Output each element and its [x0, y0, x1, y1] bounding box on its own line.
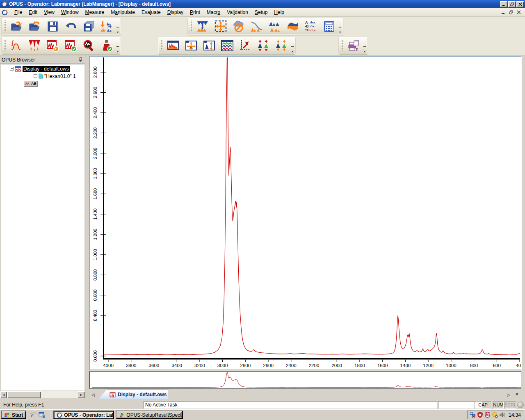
network-offline-icon[interactable] [470, 412, 476, 418]
tree-item-label[interactable]: Display - default.ows [23, 66, 70, 72]
spectrum-search-button[interactable] [266, 18, 284, 34]
title-bar[interactable]: OPUS - Operator: Labmanager (LabManager)… [0, 0, 525, 8]
menu-item-print[interactable]: Print [187, 9, 203, 16]
taskbar-task-2[interactable]: OPUS-SetupResultSpectr... [116, 411, 183, 419]
menu-item-window[interactable]: Window [58, 9, 82, 16]
pin-icon[interactable] [78, 57, 83, 62]
undo-button[interactable] [62, 18, 80, 34]
svg-text:∫: ∫ [11, 39, 14, 46]
menu-item-file[interactable]: File [11, 9, 25, 16]
scroll-right-icon[interactable]: ► [78, 391, 84, 398]
preview-button[interactable] [80, 38, 98, 53]
toolbar-options-icon[interactable]: ▔▾ [363, 38, 367, 53]
calculator-button[interactable] [320, 18, 338, 34]
menu-item-validation[interactable]: Validation [224, 9, 251, 16]
save-file-button[interactable] [43, 18, 62, 34]
scroll-left-icon[interactable]: ◄ [0, 391, 7, 398]
tree-item-file[interactable]: "Hexan01.0" 1 [34, 73, 76, 79]
tree-item-workspace[interactable]: Display - default.ows [10, 66, 70, 72]
show-desktop-icon[interactable] [39, 411, 46, 418]
unload-file-button[interactable] [25, 18, 43, 34]
toolbar-grip[interactable] [342, 40, 343, 51]
tab-close-icon[interactable]: ✕ [514, 391, 520, 397]
menu-item-edit[interactable]: Edit [25, 9, 41, 16]
standards-check-button[interactable] [98, 38, 116, 53]
minimize-button[interactable] [500, 1, 507, 7]
scale-fit-y-button[interactable] [200, 38, 218, 53]
spectrum-chart[interactable]: 4000380036003400320030002800260024002200… [89, 56, 521, 370]
browser-horizontal-scrollbar[interactable]: ◄ ► [0, 391, 84, 398]
tab-display-default[interactable]: Display - default.ows [98, 390, 168, 399]
zoom-region-button[interactable] [236, 38, 254, 53]
atmospheric-compensation-icon [233, 20, 245, 32]
menu-item-manipulate[interactable]: Manipulate [107, 9, 138, 16]
stacked-spectra-button[interactable] [218, 38, 236, 53]
mdi-close-icon[interactable] [517, 10, 521, 14]
export-spectrum-button[interactable] [98, 18, 116, 34]
collapse-icon[interactable] [10, 67, 14, 71]
document-system-menu-icon[interactable] [2, 9, 8, 16]
measurement-check-icon [64, 39, 77, 52]
toolbar-grip[interactable] [5, 40, 6, 51]
atmospheric-compensation-button[interactable] [230, 18, 248, 34]
menu-item-setup[interactable]: Setup [251, 9, 271, 16]
security-alert-icon[interactable] [477, 412, 483, 418]
compress-y-button[interactable] [272, 38, 290, 53]
opus-logo-icon [57, 412, 62, 418]
indicator-num: NUM [493, 401, 504, 409]
opus-browser-header: OPUS Browser [0, 56, 85, 64]
menu-item-view[interactable]: View [41, 9, 58, 16]
toolbar-options-icon[interactable]: ▔▾ [290, 38, 294, 53]
toolbar-options-icon[interactable]: ▔▾ [116, 18, 120, 34]
toolbar-grip[interactable] [191, 21, 192, 32]
mdi-restore-icon[interactable] [509, 10, 513, 14]
mdi-minimize-icon[interactable] [501, 10, 505, 14]
load-file-icon [10, 20, 23, 32]
menu-item-display[interactable]: Display [164, 9, 187, 16]
scroll-tabs-left-icon[interactable]: ◁ [90, 391, 96, 398]
spectrum-overview-strip[interactable] [89, 371, 521, 389]
restore-button[interactable] [508, 1, 516, 7]
toolbar-grip[interactable] [161, 40, 162, 51]
menu-item-macro[interactable]: Macro [203, 9, 224, 16]
svg-text:3800: 3800 [126, 363, 137, 368]
svg-text:2.600: 2.600 [93, 87, 98, 98]
menu-item-measure[interactable]: Measure [82, 9, 108, 16]
print-preview-icon [347, 39, 360, 52]
collapse-icon[interactable] [34, 74, 37, 78]
evaluate-toolbar: A-B=C▔▾ [188, 18, 343, 35]
copy-button[interactable] [80, 18, 98, 34]
scale-all-button[interactable] [212, 18, 230, 34]
peak-picking-button[interactable] [25, 38, 43, 53]
make-compatible-button[interactable] [284, 18, 302, 34]
ab-data-block-button[interactable]: AB [23, 80, 38, 87]
full-spectrum-button[interactable] [164, 38, 182, 53]
mcafee-shield-icon[interactable]: M [484, 412, 491, 418]
ie-icon[interactable]: e [30, 411, 37, 418]
tree-item-label[interactable]: "Hexan01.0" 1 [44, 73, 76, 79]
volume-icon[interactable] [499, 412, 505, 418]
menu-item-evaluate[interactable]: Evaluate [138, 9, 164, 16]
toolbar-grip[interactable] [5, 21, 6, 32]
measurement-check-button[interactable] [62, 38, 80, 53]
blocked-user-icon[interactable] [492, 412, 498, 418]
scale-fit-all-button[interactable] [182, 38, 200, 53]
load-file-button[interactable] [7, 18, 25, 34]
toolbar-options-icon[interactable]: ▔▾ [116, 38, 120, 53]
tree-item-ab-block[interactable]: AB [23, 80, 38, 87]
close-button[interactable] [516, 1, 524, 7]
start-button[interactable]: Start [1, 411, 26, 419]
expand-y-button[interactable] [254, 38, 272, 53]
baseline-correction-button[interactable] [248, 18, 266, 34]
menu-item-help[interactable]: Help [271, 9, 288, 16]
spectrum-calculator-button[interactable]: A-B=C [302, 18, 320, 34]
toolbar-options-icon[interactable]: ▔▾ [338, 18, 342, 34]
scale-y-button[interactable] [194, 18, 212, 34]
measurement-setup-button[interactable] [43, 38, 62, 53]
scrollbar-thumb[interactable] [7, 391, 41, 398]
svg-text:600: 600 [493, 363, 501, 368]
print-preview-button[interactable] [345, 38, 363, 53]
taskbar-task-1[interactable]: OPUS - Operator: Lab... [53, 411, 114, 419]
scroll-tabs-right-icon[interactable]: ▷ [506, 391, 511, 398]
integration-button[interactable]: ∫ [7, 38, 25, 53]
